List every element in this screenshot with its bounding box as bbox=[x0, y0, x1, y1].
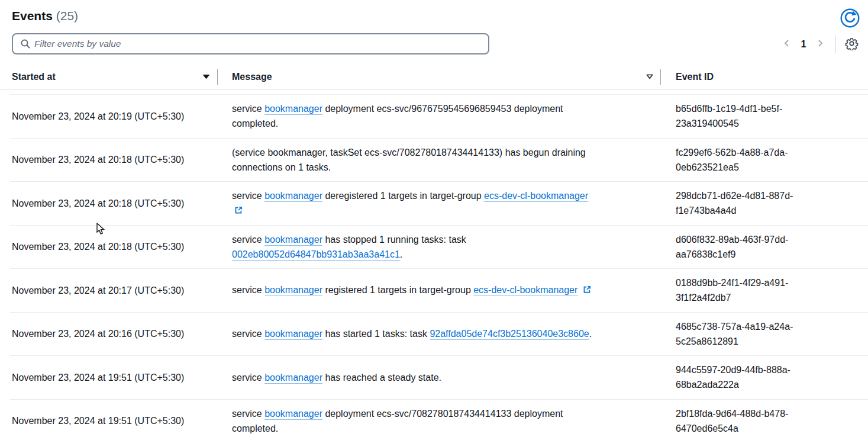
message-text: service bookmanager registered 1 targets… bbox=[232, 282, 591, 298]
column-label: Event ID bbox=[676, 72, 714, 82]
started-at-cell: November 23, 2024 at 19:51 (UTC+5:30) bbox=[10, 413, 218, 428]
column-header-event-id: Event ID bbox=[661, 64, 868, 89]
next-page-button[interactable] bbox=[812, 36, 828, 53]
event-id-cell: 0188d9bb-24f1-4f29-a491-3f1f2a4f2db7 bbox=[661, 275, 868, 305]
toolbar: 1 bbox=[0, 33, 868, 55]
event-id-cell: 298dcb71-d62e-4d81-887d-f1e743ba4a4d bbox=[661, 188, 868, 218]
table-body: November 23, 2024 at 20:19 (UTC+5:30) se… bbox=[0, 95, 868, 440]
table-row: November 23, 2024 at 20:18 (UTC+5:30) se… bbox=[10, 226, 868, 269]
column-header-started-at[interactable]: Started at bbox=[10, 64, 218, 89]
event-id-text: 4685c738-757a-4a19-a24a-5c25a8612891 bbox=[676, 319, 803, 349]
event-id-cell: 2bf18fda-9d64-488d-b478-6470ed6e5c4a bbox=[661, 406, 868, 436]
event-id-text: d606f832-89ab-463f-97dd-aa76838c1ef9 bbox=[676, 232, 803, 262]
message-link[interactable]: bookmanager bbox=[264, 285, 322, 295]
message-link[interactable]: bookmanager bbox=[264, 104, 322, 114]
message-link[interactable]: ecs-dev-cl-bookmanager bbox=[473, 285, 577, 295]
message-link[interactable]: bookmanager bbox=[264, 235, 322, 245]
table-row: November 23, 2024 at 20:17 (UTC+5:30) se… bbox=[10, 269, 868, 313]
message-cell: service bookmanager deregistered 1 targe… bbox=[218, 188, 661, 219]
message-text: service bookmanager deregistered 1 targe… bbox=[232, 188, 594, 219]
message-text: service bookmanager deployment ecs-svc/7… bbox=[232, 406, 594, 436]
message-cell: service bookmanager has started 1 tasks:… bbox=[218, 326, 661, 341]
settings-button[interactable] bbox=[842, 35, 861, 54]
page-title: Events (25) bbox=[12, 9, 78, 23]
started-at-cell: November 23, 2024 at 19:51 (UTC+5:30) bbox=[10, 370, 218, 385]
filter-events-input[interactable] bbox=[34, 34, 488, 53]
message-text: service bookmanager has stopped 1 runnin… bbox=[232, 232, 594, 262]
event-id-cell: d606f832-89ab-463f-97dd-aa76838c1ef9 bbox=[661, 232, 868, 262]
started-at-cell: November 23, 2024 at 20:17 (UTC+5:30) bbox=[10, 283, 218, 298]
message-link[interactable]: bookmanager bbox=[264, 409, 322, 419]
message-link[interactable]: ecs-dev-cl-bookmanager bbox=[484, 191, 588, 201]
event-id-text: fc299ef6-562b-4a88-a7da-0eb623521ea5 bbox=[676, 145, 803, 175]
message-cell: service bookmanager deployment ecs-svc/9… bbox=[218, 101, 661, 131]
table-row: November 23, 2024 at 20:19 (UTC+5:30) se… bbox=[10, 95, 868, 139]
table-row: November 23, 2024 at 19:51 (UTC+5:30) se… bbox=[10, 356, 868, 400]
started-at-cell: November 23, 2024 at 20:19 (UTC+5:30) bbox=[10, 109, 218, 124]
message-cell: service bookmanager registered 1 targets… bbox=[218, 282, 661, 298]
previous-page-button[interactable] bbox=[779, 36, 795, 53]
chevron-right-icon bbox=[815, 38, 825, 50]
event-id-cell: fc299ef6-562b-4a88-a7da-0eb623521ea5 bbox=[661, 145, 868, 175]
message-text: service bookmanager deployment ecs-svc/9… bbox=[232, 101, 594, 131]
event-id-text: 298dcb71-d62e-4d81-887d-f1e743ba4a4d bbox=[676, 188, 803, 218]
message-link[interactable]: 92affda05de74cf3b25136040e3c860e bbox=[430, 329, 589, 339]
event-id-cell: 4685c738-757a-4a19-a24a-5c25a8612891 bbox=[661, 319, 868, 349]
filter-box bbox=[12, 33, 489, 54]
page-count: (25) bbox=[56, 9, 78, 23]
started-at-cell: November 23, 2024 at 20:18 (UTC+5:30) bbox=[10, 196, 218, 211]
current-page-number[interactable]: 1 bbox=[795, 39, 812, 50]
column-header-message[interactable]: Message bbox=[218, 64, 661, 89]
message-link[interactable]: bookmanager bbox=[264, 191, 322, 201]
external-link-icon bbox=[583, 285, 591, 296]
events-table: Started at Message Event ID November 23,… bbox=[0, 64, 868, 440]
message-cell: service bookmanager deployment ecs-svc/7… bbox=[218, 406, 661, 436]
table-row: November 23, 2024 at 20:18 (UTC+5:30) se… bbox=[10, 182, 868, 226]
message-cell: service bookmanager has stopped 1 runnin… bbox=[218, 232, 661, 262]
toolbar-divider bbox=[835, 36, 836, 53]
message-link[interactable]: bookmanager bbox=[264, 372, 322, 383]
table-row: November 23, 2024 at 20:16 (UTC+5:30) se… bbox=[10, 313, 868, 357]
page-title-text: Events bbox=[12, 9, 53, 23]
column-label: Message bbox=[232, 72, 272, 82]
started-at-cell: November 23, 2024 at 20:18 (UTC+5:30) bbox=[10, 152, 218, 167]
event-id-text: 2bf18fda-9d64-488d-b478-6470ed6e5c4a bbox=[676, 406, 803, 436]
message-text: service bookmanager has started 1 tasks:… bbox=[232, 326, 592, 341]
sort-descending-icon[interactable] bbox=[202, 74, 210, 79]
message-link[interactable]: bookmanager bbox=[264, 329, 322, 339]
scrolled-row-sliver bbox=[10, 90, 868, 95]
message-text: (service bookmanager, taskSet ecs-svc/70… bbox=[232, 145, 594, 175]
event-id-cell: 944c5597-20d9-44fb-888a-68ba2ada222a bbox=[661, 362, 868, 392]
event-id-text: b65d6ffb-1c19-4df1-be5f-23a319400545 bbox=[676, 101, 803, 131]
page-header: Events (25) bbox=[0, 0, 868, 23]
message-cell: (service bookmanager, taskSet ecs-svc/70… bbox=[218, 145, 661, 175]
started-at-cell: November 23, 2024 at 20:16 (UTC+5:30) bbox=[10, 326, 218, 341]
event-id-cell: b65d6ffb-1c19-4df1-be5f-23a319400545 bbox=[661, 101, 868, 131]
search-icon bbox=[20, 38, 31, 49]
message-text: service bookmanager has reached a steady… bbox=[232, 370, 441, 385]
refresh-icon bbox=[840, 21, 860, 30]
column-label: Started at bbox=[12, 72, 56, 82]
sort-outline-icon[interactable] bbox=[646, 74, 653, 79]
message-link[interactable]: 002eb80052d64847bb931ab3aa3a41c1 bbox=[232, 249, 400, 259]
started-at-cell: November 23, 2024 at 20:18 (UTC+5:30) bbox=[10, 239, 218, 254]
table-row: November 23, 2024 at 19:51 (UTC+5:30) se… bbox=[10, 400, 868, 440]
pagination-cluster: 1 bbox=[779, 33, 861, 55]
table-row: November 23, 2024 at 20:18 (UTC+5:30) (s… bbox=[10, 139, 868, 182]
external-link-icon bbox=[234, 206, 243, 216]
message-cell: service bookmanager has reached a steady… bbox=[218, 370, 661, 385]
chevron-left-icon bbox=[782, 38, 792, 50]
refresh-button[interactable] bbox=[840, 8, 860, 28]
table-header-row: Started at Message Event ID bbox=[0, 64, 868, 90]
event-id-text: 0188d9bb-24f1-4f29-a491-3f1f2a4f2db7 bbox=[676, 275, 803, 305]
event-id-text: 944c5597-20d9-44fb-888a-68ba2ada222a bbox=[676, 362, 803, 392]
gear-icon bbox=[845, 37, 859, 52]
